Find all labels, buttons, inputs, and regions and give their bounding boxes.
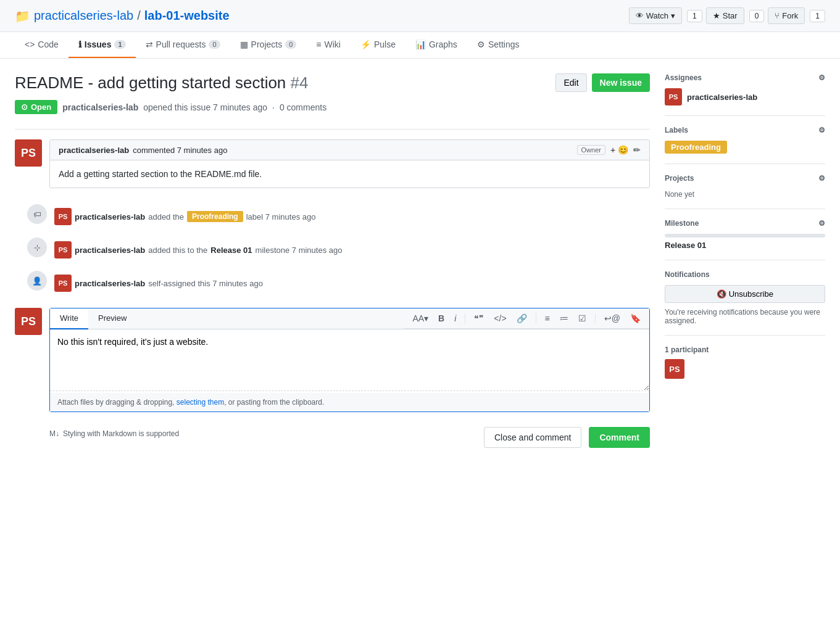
write-tabs: Write Preview AA▾ B i ❝❞ </> 🔗 ≡ ≔ bbox=[50, 308, 649, 329]
tab-preview[interactable]: Preview bbox=[88, 308, 136, 329]
repo-org-link[interactable]: practicalseries-lab bbox=[34, 9, 133, 23]
toolbar-sep-3 bbox=[595, 313, 596, 323]
quote-button[interactable]: ❝❞ bbox=[472, 312, 486, 325]
projects-none: None yet bbox=[665, 190, 694, 199]
labels-label: Labels bbox=[665, 126, 688, 134]
repo-header: 📁 practicalseries-lab / lab-01-website 👁… bbox=[0, 0, 840, 32]
proofreading-label-badge: Proofreading bbox=[187, 211, 243, 222]
issue-meta: ⊙ Open practicalseries-lab opened this i… bbox=[15, 100, 650, 114]
star-button[interactable]: ★ Star bbox=[706, 7, 744, 24]
milestone-timeline-icon: ⊹ bbox=[27, 238, 47, 257]
code-button[interactable]: </> bbox=[491, 312, 509, 325]
nav-graphs[interactable]: 📊 Graphs bbox=[405, 32, 467, 58]
label-timeline-icon: 🏷 bbox=[27, 204, 47, 224]
font-size-button[interactable]: AA▾ bbox=[410, 312, 431, 325]
mention-button[interactable]: ↩@ bbox=[602, 312, 623, 325]
issue-number: #4 bbox=[291, 73, 309, 92]
nav-pulse[interactable]: ⚡ Pulse bbox=[351, 32, 405, 58]
timeline-avatar-3: PS bbox=[54, 275, 72, 292]
sidebar-projects-section: Projects ⚙ None yet bbox=[665, 164, 825, 209]
timeline-label-event: 🏷 PS practicalseries-lab added the Proof… bbox=[27, 198, 650, 231]
sidebar-milestone-section: Milestone ⚙ Release 01 bbox=[665, 209, 825, 260]
milestone-bar-bg bbox=[665, 234, 825, 238]
projects-gear-icon[interactable]: ⚙ bbox=[818, 174, 825, 183]
milestone-gear-icon[interactable]: ⚙ bbox=[818, 219, 825, 228]
owner-badge: Owner bbox=[577, 145, 605, 155]
repo-title: 📁 practicalseries-lab / lab-01-website bbox=[15, 9, 230, 23]
ordered-list-button[interactable]: ≔ bbox=[557, 312, 571, 325]
wiki-icon: ≡ bbox=[316, 39, 321, 49]
select-files-link[interactable]: selecting them bbox=[177, 398, 224, 407]
italic-button[interactable]: i bbox=[452, 312, 459, 325]
nav-pull-requests[interactable]: ⇄ Pull requests 0 bbox=[136, 32, 230, 58]
assigned-timeline-icon: 👤 bbox=[27, 271, 47, 291]
write-actions: Close and comment Comment bbox=[484, 427, 650, 448]
write-footer: Attach files by dragging & dropping, sel… bbox=[50, 393, 649, 411]
labels-gear-icon[interactable]: ⚙ bbox=[818, 126, 825, 134]
proofreading-label: Proofreading bbox=[665, 141, 727, 154]
link-button[interactable]: 🔗 bbox=[514, 312, 530, 325]
edit-comment-icon[interactable]: ✏ bbox=[633, 145, 641, 155]
close-comment-button[interactable]: Close and comment bbox=[484, 427, 582, 448]
fork-icon: ⑂ bbox=[775, 11, 780, 20]
nav-projects[interactable]: ▦ Projects 0 bbox=[230, 32, 307, 58]
emoji-button[interactable]: + 😊 bbox=[610, 145, 628, 155]
repo-actions: 👁 Watch ▾ 1 ★ Star 0 ⑂ Fork 1 bbox=[629, 7, 825, 24]
nav-wiki[interactable]: ≡ Wiki bbox=[306, 32, 351, 58]
participants-label: 1 participant bbox=[665, 345, 825, 354]
notifications-label: Notifications bbox=[665, 270, 710, 279]
comment-header: practicalseries-lab commented 7 minutes … bbox=[50, 140, 649, 160]
star-count: 0 bbox=[749, 10, 765, 22]
settings-icon: ⚙ bbox=[477, 39, 485, 49]
comment-avatar: PS bbox=[15, 139, 42, 167]
write-wrapper: PS Write Preview AA▾ B i ❝❞ </> 🔗 bbox=[15, 308, 650, 412]
main-content: README - add getting started section #4 … bbox=[0, 59, 840, 463]
assignee-name: practicalseries-lab bbox=[687, 93, 757, 102]
issue-content: README - add getting started section #4 … bbox=[15, 73, 650, 448]
write-box: Write Preview AA▾ B i ❝❞ </> 🔗 ≡ ≔ bbox=[49, 308, 650, 412]
sidebar-notifications-section: Notifications 🔇 Unsubscribe You're recei… bbox=[665, 260, 825, 336]
nav-issues[interactable]: ℹ Issues 1 bbox=[69, 32, 136, 58]
tab-write[interactable]: Write bbox=[50, 308, 88, 329]
issue-author: practicalseries-lab bbox=[62, 102, 138, 112]
issues-badge: 1 bbox=[114, 40, 125, 49]
fork-count: 1 bbox=[810, 10, 825, 22]
write-toolbar: AA▾ B i ❝❞ </> 🔗 ≡ ≔ ☑ ↩@ 🔖 bbox=[404, 308, 649, 329]
chevron-icon: ▾ bbox=[671, 11, 675, 20]
comment-box: practicalseries-lab commented 7 minutes … bbox=[49, 139, 650, 188]
list-button[interactable]: ≡ bbox=[543, 312, 552, 325]
bold-button[interactable]: B bbox=[436, 312, 447, 325]
comment-time: commented 7 minutes ago bbox=[133, 146, 227, 155]
unsubscribe-button[interactable]: 🔇 Unsubscribe bbox=[665, 285, 825, 303]
comment-button[interactable]: Comment bbox=[589, 427, 650, 448]
graphs-icon: 📊 bbox=[415, 39, 426, 49]
eye-icon: 👁 bbox=[636, 11, 644, 20]
assignees-gear-icon[interactable]: ⚙ bbox=[818, 73, 825, 82]
toolbar-sep-1 bbox=[465, 313, 465, 323]
repo-name-link[interactable]: lab-01-website bbox=[144, 9, 230, 23]
write-actions-row: M↓ Styling with Markdown is supported Cl… bbox=[15, 420, 650, 448]
projects-sidebar-label: Projects bbox=[665, 174, 694, 183]
sidebar-labels-section: Labels ⚙ Proofreading bbox=[665, 116, 825, 164]
projects-badge: 0 bbox=[285, 40, 296, 49]
fork-button[interactable]: ⑂ Fork bbox=[768, 7, 805, 24]
new-issue-button[interactable]: New issue bbox=[592, 73, 650, 92]
timeline-avatar-1: PS bbox=[54, 208, 72, 225]
markdown-icon: M↓ bbox=[49, 429, 59, 438]
nav-code[interactable]: <> Code bbox=[15, 32, 69, 58]
issue-sidebar: Assignees ⚙ PS practicalseries-lab Label… bbox=[665, 73, 825, 448]
repo-nav: <> Code ℹ Issues 1 ⇄ Pull requests 0 ▦ P… bbox=[0, 32, 840, 59]
pulse-icon: ⚡ bbox=[360, 39, 371, 49]
edit-button[interactable]: Edit bbox=[555, 73, 586, 92]
timeline-assigned-event: 👤 PS practicalseries-lab self-assigned t… bbox=[27, 265, 650, 298]
checklist-button[interactable]: ☑ bbox=[576, 312, 589, 325]
write-avatar: PS bbox=[15, 308, 42, 335]
issues-icon: ℹ bbox=[78, 39, 81, 49]
main-comment: PS practicalseries-lab commented 7 minut… bbox=[15, 139, 650, 188]
assignee-avatar: PS bbox=[665, 88, 682, 105]
watch-button[interactable]: 👁 Watch ▾ bbox=[629, 7, 682, 24]
comment-textarea[interactable]: No this isn't required, it's just a webs… bbox=[50, 329, 649, 391]
nav-settings[interactable]: ⚙ Settings bbox=[467, 32, 530, 58]
sidebar-assignees-section: Assignees ⚙ PS practicalseries-lab bbox=[665, 73, 825, 116]
bookmark-button[interactable]: 🔖 bbox=[628, 312, 643, 325]
